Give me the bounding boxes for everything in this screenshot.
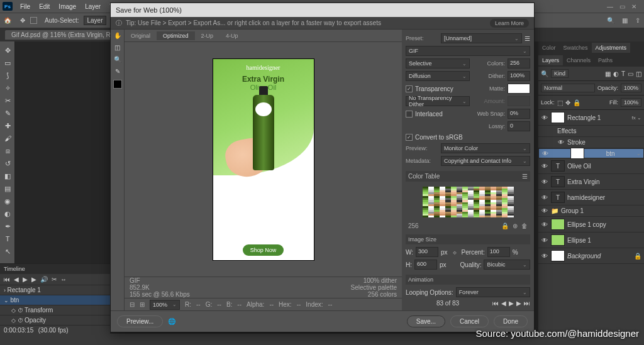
color-swatch[interactable] (113, 80, 122, 89)
eyedropper-tool[interactable]: ✎ (0, 107, 15, 119)
zoom-out-icon[interactable]: ⊟ (130, 301, 135, 308)
anim-play-icon[interactable]: ▶ (509, 300, 514, 307)
split-icon[interactable]: ✂ (52, 276, 57, 283)
menu-image[interactable]: Image (55, 3, 80, 10)
anim-first-icon[interactable]: ⏮ (492, 300, 499, 307)
heal-tool[interactable]: ✚ (0, 119, 15, 132)
fill-value[interactable]: 100% (621, 98, 641, 107)
ct-add-icon[interactable]: ⊕ (513, 222, 518, 229)
tab-layers[interactable]: Layers (538, 55, 563, 65)
lock-icon[interactable]: 🔒 (573, 99, 580, 106)
tab-original[interactable]: Original (125, 31, 157, 40)
menu-edit[interactable]: Edit (35, 3, 53, 10)
layer-row[interactable]: 👁Background🔒 (538, 248, 644, 264)
visibility-icon[interactable]: 👁 (541, 207, 548, 214)
layer-row[interactable]: 👁Rectangle 1fx ⌄ (538, 110, 644, 126)
crop-tool[interactable]: ✂ (0, 94, 15, 107)
transparency-checkbox[interactable]: ✓ (406, 85, 413, 92)
play-icon[interactable]: ▶ (23, 276, 28, 283)
blur-tool[interactable]: ◉ (0, 195, 15, 207)
learn-more-button[interactable]: Learn More (490, 19, 529, 28)
history-brush-tool[interactable]: ↺ (0, 157, 15, 170)
preset-select[interactable]: [Unnamed] (441, 33, 522, 43)
pen-tool[interactable]: ✒ (0, 220, 15, 233)
layer-row[interactable]: 👁TOlive Oil (538, 158, 644, 174)
dodge-tool[interactable]: ◐ (0, 207, 15, 220)
visibility-icon[interactable]: 👁 (541, 221, 548, 228)
preview-select[interactable]: Monitor Color (441, 143, 530, 153)
dither-input[interactable]: 100% (508, 71, 530, 81)
tab-2up[interactable]: 2-Up (195, 31, 220, 40)
minimize-icon[interactable]: — (607, 3, 613, 10)
home-icon[interactable]: 🏠 (4, 17, 11, 24)
dither-select[interactable]: Diffusion (406, 71, 470, 81)
path-tool[interactable]: ↖ (0, 245, 15, 258)
lossy-input[interactable]: 0 (508, 121, 530, 131)
transition-icon[interactable]: ↔ (60, 276, 67, 283)
lasso-tool[interactable]: ⟆ (0, 69, 15, 82)
opacity-value[interactable]: 100% (621, 84, 641, 92)
layer-row[interactable]: 👁Ellipse 1 copy (538, 217, 644, 233)
filter-pixel-icon[interactable]: ▦ (605, 70, 611, 77)
format-select[interactable]: GIF (406, 46, 530, 56)
trans-dither-select[interactable]: No Transparency Dither (406, 96, 470, 106)
layer-row[interactable]: 👁btn (538, 148, 644, 158)
height-input[interactable]: 600 (414, 260, 437, 270)
brush-tool[interactable]: 🖌 (0, 132, 15, 145)
timeline-track[interactable]: ◇ ⏱ Transform (0, 305, 110, 315)
zoom-select[interactable]: 100% (150, 300, 180, 310)
tab-paths[interactable]: Paths (594, 55, 616, 65)
filter-adj-icon[interactable]: ◐ (613, 70, 619, 77)
width-input[interactable]: 300 (416, 247, 438, 257)
maximize-icon[interactable]: ▭ (619, 3, 625, 10)
ct-delete-icon[interactable]: 🗑 (521, 222, 528, 229)
tab-4up[interactable]: 4-Up (219, 31, 245, 40)
websnap-input[interactable]: 0% (508, 109, 530, 119)
layer-row[interactable]: 👁TExtra Virgin (538, 174, 644, 190)
anim-next-icon[interactable]: ▶ (516, 300, 521, 307)
prev-frame-icon[interactable]: ◀ (14, 276, 19, 283)
lock-all-icon[interactable]: ⬚ (557, 99, 563, 106)
ct-lock-icon[interactable]: 🔒 (501, 222, 509, 229)
visibility-icon[interactable]: 👁 (541, 178, 548, 185)
workspace-icon[interactable]: ▦ (622, 17, 628, 24)
tab-color[interactable]: Color (538, 43, 560, 53)
tab-swatches[interactable]: Swatches (560, 43, 592, 53)
filter-smart-icon[interactable]: ◫ (636, 70, 641, 77)
anim-last-icon[interactable]: ⏭ (524, 300, 530, 307)
blend-mode[interactable]: Normal (541, 84, 595, 92)
fx-badge[interactable]: fx ⌄ (632, 115, 641, 121)
percent-input[interactable]: 100 (487, 247, 510, 257)
auto-select-target[interactable]: Layer (84, 16, 106, 25)
browser-icon[interactable]: 🌐 (168, 318, 175, 325)
color-table[interactable] (423, 187, 514, 217)
done-button[interactable]: Done (494, 315, 528, 327)
menu-file[interactable]: File (16, 3, 34, 10)
timeline-track[interactable]: › Rectangle 1 (0, 285, 110, 295)
quality-select[interactable]: Bicubic (484, 260, 530, 270)
visibility-icon[interactable]: 👁 (541, 150, 549, 157)
visibility-icon[interactable]: 👁 (541, 194, 548, 201)
first-frame-icon[interactable]: ⏮ (4, 276, 10, 283)
marquee-tool[interactable]: ▭ (0, 57, 15, 69)
menu-layer[interactable]: Layer (81, 3, 104, 10)
link-icon[interactable]: ⟐ (453, 249, 457, 256)
visibility-icon[interactable]: 👁 (541, 163, 548, 170)
kind-select[interactable]: Kind (551, 69, 569, 78)
zoom-in-icon[interactable]: ⊞ (140, 301, 145, 308)
filter-type-icon[interactable]: T (621, 70, 625, 77)
layer-fx[interactable]: Effects (538, 126, 644, 137)
tab-adjustments[interactable]: Adjustments (592, 43, 631, 53)
interlaced-checkbox[interactable] (406, 111, 413, 118)
anim-prev-icon[interactable]: ◀ (501, 300, 506, 307)
visibility-icon[interactable]: 👁 (541, 253, 548, 260)
visibility-icon[interactable]: 👁 (557, 139, 565, 146)
stamp-tool[interactable]: ⧇ (0, 145, 15, 157)
gradient-tool[interactable]: ▤ (0, 182, 15, 195)
zoom-tool-icon[interactable]: 🔍 (114, 56, 121, 63)
preset-menu-icon[interactable]: ☰ (525, 35, 530, 42)
matte-swatch[interactable] (508, 84, 530, 94)
metadata-select[interactable]: Copyright and Contact Info (441, 156, 530, 166)
tab-channels[interactable]: Channels (563, 55, 594, 65)
eyedropper-tool-icon[interactable]: ✎ (115, 68, 120, 75)
